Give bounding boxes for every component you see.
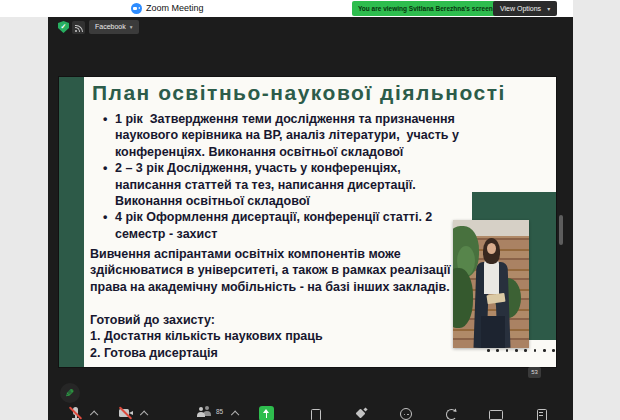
camera-lens-glyph — [138, 7, 140, 9]
camera-glyph — [133, 7, 137, 10]
scrollbar-thumb[interactable] — [559, 215, 563, 245]
bullet-marker: • — [103, 209, 115, 242]
shared-screen-area: ✓ Facebook▾ План освітньо-наукової діяль… — [48, 17, 573, 420]
ai-companion-button[interactable] — [354, 407, 367, 420]
facebook-stream-dropdown[interactable]: Facebook▾ — [89, 20, 139, 34]
view-options-label: View Options — [500, 5, 541, 12]
mute-button[interactable] — [67, 405, 85, 420]
slide-number-badge: 53 — [528, 367, 541, 378]
apps-button[interactable] — [444, 407, 457, 420]
notes-button[interactable] — [535, 407, 548, 420]
view-options-button[interactable]: View Options▾ — [493, 1, 557, 16]
photo-person — [481, 316, 505, 348]
meeting-toolbar: 85 — [48, 403, 573, 420]
slide-accent-bar — [59, 77, 84, 367]
audio-options-chevron[interactable] — [90, 411, 98, 419]
bullet-item: • 2 – 3 рік Дослідження, участь у конфер… — [103, 160, 459, 209]
participants-count: 85 — [216, 408, 223, 415]
broadcast-icon — [75, 24, 83, 32]
facebook-label: Facebook — [95, 23, 126, 30]
zoom-app-icon — [131, 3, 142, 14]
whiteboard-icon — [489, 410, 503, 420]
chevron-down-icon: ▾ — [547, 6, 550, 12]
security-shield-icon[interactable]: ✓ — [58, 21, 69, 33]
bullet-text: 2 – 3 рік Дослідження, участь у конферен… — [115, 160, 416, 209]
screenshot-root: { "topbar": { "app_title": "Zoom Meeting… — [0, 0, 620, 420]
bullet-text: 1 рік Затвердження теми дослідження та п… — [115, 111, 459, 160]
photo-person — [484, 260, 499, 294]
shield-check-glyph: ✓ — [58, 21, 69, 32]
pencil-icon: ✎ — [65, 383, 74, 403]
participants-button[interactable] — [196, 406, 214, 420]
viewing-screen-banner: You are viewing Svitlana Berezhna's scre… — [352, 1, 499, 16]
presentation-slide: План освітньо-наукової діяльності • 1 рі… — [59, 77, 556, 367]
bullet-marker: • — [103, 160, 115, 209]
annotate-pencil-button[interactable]: ✎ — [60, 383, 80, 403]
slide-paragraph: Вивчення аспірантами освітніх компоненті… — [90, 246, 450, 295]
bullet-item: • 4 рік Оформлення дисертації, конференц… — [103, 209, 459, 242]
video-options-chevron[interactable] — [140, 411, 148, 419]
bullet-text: 4 рік Оформлення дисертації, конференції… — [115, 209, 432, 242]
chat-button[interactable] — [309, 407, 322, 420]
reactions-button[interactable] — [399, 407, 412, 420]
slide-bullet-list: • 1 рік Затвердження теми дослідження та… — [103, 111, 459, 242]
bullet-item: • 1 рік Затвердження теми дослідження та… — [103, 111, 459, 160]
chevron-down-icon: ▾ — [130, 24, 133, 30]
video-button[interactable] — [117, 405, 135, 420]
bullet-marker: • — [103, 111, 115, 160]
participants-options-chevron[interactable] — [231, 411, 239, 419]
app-title: Zoom Meeting — [146, 3, 204, 13]
slide-dots-decoration — [487, 349, 555, 352]
photo-person-face — [487, 243, 496, 254]
whiteboards-button[interactable] — [489, 407, 502, 420]
chat-icon — [311, 409, 321, 420]
share-screen-button[interactable] — [259, 406, 274, 420]
slide-title: План освітньо-наукової діяльності — [92, 81, 506, 105]
smiley-icon — [400, 408, 412, 420]
window-title-bar: Zoom Meeting You are viewing Svitlana Be… — [0, 0, 573, 17]
speaker-photo — [453, 220, 529, 348]
slide-ready-list: Готовий до захисту: 1. Достатня кількіст… — [90, 312, 323, 361]
live-stream-icon[interactable] — [72, 21, 85, 34]
